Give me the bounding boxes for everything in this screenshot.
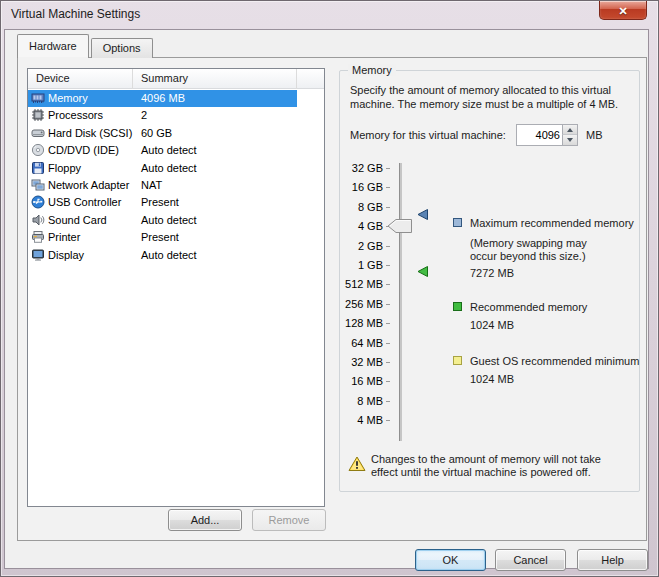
device-name: Printer	[48, 231, 80, 243]
device-list: Device Summary Memory4096 MBProcessors2H…	[27, 68, 325, 507]
help-button[interactable]: Help	[577, 549, 648, 571]
add-device-button[interactable]: Add...	[168, 509, 242, 531]
device-summary: 2	[141, 109, 147, 121]
column-header-summary[interactable]: Summary	[133, 69, 297, 89]
device-row-network-adapter[interactable]: Network AdapterNAT	[28, 177, 297, 194]
legend-label: Recommended memory	[470, 301, 587, 313]
column-header-device[interactable]: Device	[28, 69, 133, 89]
slider-tick-mark	[386, 323, 390, 324]
legend-value: 1024 MB	[470, 319, 514, 331]
slider-tick-label: 64 MB	[341, 337, 383, 349]
device-name: Memory	[48, 92, 88, 104]
memory-spinbox	[516, 124, 578, 146]
spinner-buttons	[562, 125, 577, 145]
legend-swatch-icon	[453, 218, 462, 227]
slider-tick-mark	[386, 401, 390, 402]
slider-tick-mark	[386, 284, 390, 285]
spin-up-button[interactable]	[562, 125, 577, 135]
slider-tick-mark	[386, 362, 390, 363]
max-memory-marker-icon	[416, 207, 429, 220]
close-icon: ✕	[618, 5, 627, 17]
legend-value: 7272 MB	[470, 267, 514, 279]
device-summary: Auto detect	[141, 214, 197, 226]
slider-tick-label: 4 GB	[341, 220, 383, 232]
device-name: Network Adapter	[48, 179, 129, 191]
slider-thumb[interactable]	[387, 219, 413, 233]
cancel-button[interactable]: Cancel	[495, 549, 566, 571]
legend-item: Maximum recommended memory(Memory swappi…	[453, 217, 635, 230]
legend-item: Recommended memory1024 MB	[453, 301, 635, 314]
device-summary: Auto detect	[141, 162, 197, 174]
slider-tick-mark	[386, 207, 390, 208]
device-name: USB Controller	[48, 196, 121, 208]
legend-note: (Memory swapping may occur beyond this s…	[470, 237, 642, 263]
slider-tick-label: 32 MB	[341, 356, 383, 368]
memory-group-title: Memory	[348, 64, 396, 76]
device-row-display[interactable]: DisplayAuto detect	[28, 247, 297, 264]
device-row-sound-card[interactable]: Sound CardAuto detect	[28, 212, 297, 229]
arrow-up-icon	[567, 128, 573, 132]
warning-text: Changes to the amount of memory will not…	[371, 453, 623, 479]
legend-swatch-icon	[453, 302, 462, 311]
window-title: Virtual Machine Settings	[11, 7, 140, 21]
display-icon	[31, 248, 45, 262]
slider-tick-label: 32 GB	[341, 162, 383, 174]
device-summary: 60 GB	[141, 127, 172, 139]
arrow-down-icon	[567, 138, 573, 142]
tab-options[interactable]: Options	[91, 38, 153, 58]
slider-tick-mark	[386, 246, 390, 247]
printer-icon	[31, 230, 45, 244]
slider-tick-mark	[386, 187, 390, 188]
device-row-cd-dvd-ide[interactable]: CD/DVD (IDE)Auto detect	[28, 142, 297, 159]
device-name: Processors	[48, 109, 103, 121]
memory-field-label: Memory for this virtual machine:	[350, 129, 506, 141]
device-summary: 4096 MB	[141, 92, 185, 104]
hard-disk-icon	[31, 126, 45, 140]
cd-dvd-icon	[31, 143, 45, 157]
legend-swatch-icon	[453, 356, 462, 365]
device-name: Floppy	[48, 162, 81, 174]
ok-button[interactable]: OK	[415, 549, 486, 571]
warning-icon	[348, 456, 366, 476]
device-row-hard-disk-scsi[interactable]: Hard Disk (SCSI)60 GB	[28, 125, 297, 142]
legend-value: 1024 MB	[470, 373, 514, 385]
legend-label: Guest OS recommended minimum	[470, 355, 639, 367]
slider-tick-label: 8 GB	[341, 201, 383, 213]
device-summary: Present	[141, 196, 179, 208]
recommended-memory-marker-icon	[416, 264, 429, 277]
slider-tick-label: 128 MB	[341, 317, 383, 329]
device-summary: Auto detect	[141, 144, 197, 156]
sound-card-icon	[31, 213, 45, 227]
virtual-machine-settings-dialog: Virtual Machine Settings ✕ Hardware Opti…	[0, 0, 659, 577]
slider-track[interactable]	[399, 163, 402, 441]
device-name: Display	[48, 249, 84, 261]
device-row-printer[interactable]: PrinterPresent	[28, 229, 297, 246]
memory-description: Specify the amount of memory allocated t…	[350, 83, 645, 111]
network-adapter-icon	[31, 178, 45, 192]
memory-icon	[31, 91, 45, 105]
slider-tick-label: 2 GB	[341, 240, 383, 252]
close-button[interactable]: ✕	[599, 1, 647, 20]
slider-tick-mark	[386, 420, 390, 421]
memory-unit-label: MB	[586, 129, 603, 141]
tab-hardware[interactable]: Hardware	[17, 34, 89, 58]
processor-icon	[31, 108, 45, 122]
device-summary: NAT	[141, 179, 162, 191]
slider-tick-label: 16 GB	[341, 181, 383, 193]
device-list-header: Device Summary	[28, 69, 324, 89]
device-row-usb-controller[interactable]: USB ControllerPresent	[28, 194, 297, 211]
device-name: Sound Card	[48, 214, 107, 226]
remove-device-button[interactable]: Remove	[252, 509, 326, 531]
device-row-floppy[interactable]: FloppyAuto detect	[28, 160, 297, 177]
device-row-processors[interactable]: Processors2	[28, 107, 297, 124]
device-name: CD/DVD (IDE)	[48, 144, 119, 156]
slider-tick-label: 16 MB	[341, 375, 383, 387]
slider-tick-mark	[386, 304, 390, 305]
slider-tick-mark	[386, 343, 390, 344]
spin-down-button[interactable]	[562, 135, 577, 145]
slider-tick-label: 4 MB	[341, 414, 383, 426]
slider-tick-label: 8 MB	[341, 395, 383, 407]
titlebar[interactable]: Virtual Machine Settings ✕	[1, 1, 658, 29]
memory-input[interactable]	[517, 125, 562, 145]
device-row-memory[interactable]: Memory4096 MB	[28, 90, 297, 107]
